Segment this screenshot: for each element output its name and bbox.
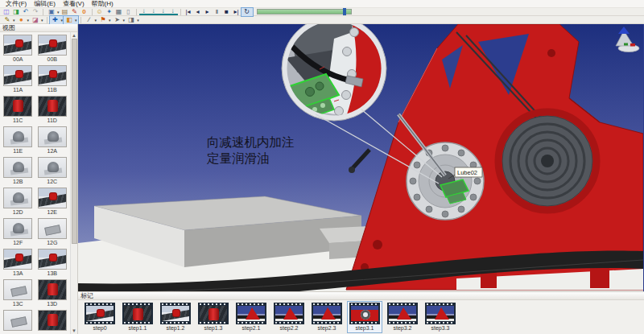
- measure-tool-button[interactable]: ∕ ▾: [84, 16, 98, 24]
- view-thumbnail[interactable]: [38, 218, 67, 239]
- step-item[interactable]: step1.3: [196, 302, 230, 332]
- menu-item-file[interactable]: 文件(F): [2, 0, 30, 8]
- image-icon[interactable]: ▤: [60, 8, 70, 16]
- avatar-icon[interactable]: ☺: [95, 8, 105, 16]
- play-button[interactable]: ▸: [203, 8, 213, 16]
- view-thumbnail[interactable]: [3, 188, 32, 208]
- view-item[interactable]: 00A: [1, 33, 35, 64]
- view-item[interactable]: 12C: [35, 155, 70, 186]
- loop-button[interactable]: ↻: [242, 8, 253, 16]
- open-view-icon[interactable]: ◫: [2, 8, 11, 16]
- step-item-selected[interactable]: step3.1: [348, 302, 382, 332]
- paint-tool-button[interactable]: ◧ ▾: [64, 16, 78, 24]
- view-thumbnail[interactable]: [38, 65, 67, 86]
- step-thumbnail[interactable]: [312, 303, 342, 324]
- view-thumbnail[interactable]: [3, 65, 32, 86]
- publish-icon-3[interactable]: ↓: [159, 8, 168, 15]
- view-thumbnail[interactable]: [3, 35, 32, 56]
- transform-tool-button[interactable]: ✚ ▾: [50, 16, 64, 24]
- publish-icon-2[interactable]: ↓: [149, 8, 159, 15]
- scroll-up-icon[interactable]: ▲: [72, 32, 76, 39]
- skip-start-button[interactable]: |◂: [184, 8, 193, 16]
- view-thumbnail[interactable]: [38, 310, 67, 331]
- view-item[interactable]: 12F: [1, 216, 35, 247]
- step-thumbnail[interactable]: [349, 303, 380, 324]
- redo-icon[interactable]: ↷: [31, 8, 40, 16]
- step-thumbnail[interactable]: [85, 303, 115, 324]
- view-thumbnail[interactable]: [3, 310, 32, 331]
- publish-icon-4[interactable]: ↓: [168, 8, 178, 15]
- step-thumbnail[interactable]: [236, 303, 266, 324]
- grid-icon[interactable]: ▦: [114, 8, 124, 16]
- step-item[interactable]: step3.2: [386, 302, 419, 332]
- stop-button[interactable]: ■: [222, 8, 232, 16]
- scroll-down-icon[interactable]: ▼: [72, 328, 76, 334]
- timeline-slider[interactable]: [257, 9, 352, 14]
- step-item[interactable]: step2.1: [234, 302, 268, 332]
- step-thumbnail[interactable]: [387, 303, 418, 324]
- eraser-tool-button[interactable]: ◪ ▾: [30, 16, 44, 24]
- view-thumbnail[interactable]: [38, 96, 67, 117]
- draw-tool-button[interactable]: ✎ ▾: [2, 16, 16, 24]
- view-item[interactable]: 12E: [35, 186, 70, 216]
- view-thumbnail[interactable]: [38, 279, 67, 300]
- publish-icon-1[interactable]: ↓: [139, 8, 149, 15]
- view-item[interactable]: [35, 308, 70, 334]
- menu-item-edit[interactable]: 编辑(E): [31, 0, 59, 8]
- view-item[interactable]: 12D: [1, 186, 35, 216]
- step-thumbnail[interactable]: [274, 303, 304, 324]
- view-thumbnail[interactable]: [3, 279, 32, 300]
- view-thumbnail[interactable]: [38, 157, 67, 178]
- flag-tool-button[interactable]: ⚑ ▾: [97, 16, 112, 24]
- menu-item-view[interactable]: 查看(V): [60, 0, 88, 8]
- zero-state-icon[interactable]: 0: [80, 8, 89, 16]
- view-thumbnail[interactable]: [38, 249, 67, 270]
- view-item[interactable]: 11A: [1, 64, 35, 94]
- frame-back-button[interactable]: ◂: [193, 8, 203, 16]
- import-icon[interactable]: ◨: [11, 8, 21, 16]
- view-item[interactable]: 11B: [35, 64, 70, 94]
- path-tool-button[interactable]: ➤ ▾: [112, 16, 126, 24]
- view-thumbnail[interactable]: [3, 157, 32, 178]
- step-thumbnail[interactable]: [425, 303, 456, 324]
- view-thumbnail[interactable]: [3, 96, 32, 117]
- markup-icon[interactable]: ✎: [70, 8, 80, 16]
- step-thumbnail[interactable]: [198, 303, 229, 324]
- view-thumbnail[interactable]: [38, 35, 67, 56]
- undo-icon[interactable]: ↶: [21, 8, 31, 16]
- clip-tool-button[interactable]: ◨ ▾: [126, 16, 140, 24]
- step-item[interactable]: step1.2: [159, 302, 192, 332]
- view-item[interactable]: 12B: [1, 155, 35, 186]
- share-icon[interactable]: ✦: [105, 8, 114, 16]
- view-item[interactable]: 00B: [35, 33, 70, 64]
- scrollbar-thumb[interactable]: [72, 39, 77, 244]
- skip-end-button[interactable]: ▸|: [232, 8, 242, 16]
- views-scrollbar[interactable]: ▲ ▼: [70, 32, 77, 334]
- view-item[interactable]: 13B: [35, 247, 70, 278]
- view-thumbnail[interactable]: [3, 126, 32, 147]
- view-item[interactable]: 11C: [1, 94, 35, 125]
- view-item[interactable]: 13D: [35, 278, 70, 308]
- capture-button[interactable]: ▣ ▾: [46, 8, 60, 16]
- view-thumbnail[interactable]: [3, 249, 32, 270]
- step-item[interactable]: step1.1: [121, 302, 155, 332]
- step-thumbnail[interactable]: [122, 303, 153, 324]
- view-item[interactable]: [1, 308, 35, 334]
- view-thumbnail[interactable]: [38, 126, 67, 147]
- viewport-3d[interactable]: Lube02 向减速机内加注 定量润滑油: [78, 24, 644, 291]
- step-item[interactable]: step3.3: [423, 302, 457, 332]
- view-item[interactable]: 11E: [1, 125, 35, 155]
- view-item[interactable]: 13A: [1, 247, 35, 278]
- view-item[interactable]: 12A: [35, 125, 70, 155]
- step-item[interactable]: step0: [83, 302, 117, 332]
- view-item[interactable]: 13C: [1, 278, 35, 308]
- viewport-canvas[interactable]: Lube02 向减速机内加注 定量润滑油: [78, 24, 643, 291]
- pause-button[interactable]: ‖: [213, 8, 222, 16]
- menu-item-help[interactable]: 帮助(H): [89, 0, 117, 8]
- step-thumbnail[interactable]: [160, 303, 191, 324]
- view-thumbnail[interactable]: [38, 188, 67, 208]
- hotspot-tool-button[interactable]: ● ▾: [16, 16, 31, 24]
- step-item[interactable]: step2.3: [310, 302, 344, 332]
- timeline-slider-thumb[interactable]: [343, 8, 346, 15]
- view-item[interactable]: 12G: [35, 216, 70, 247]
